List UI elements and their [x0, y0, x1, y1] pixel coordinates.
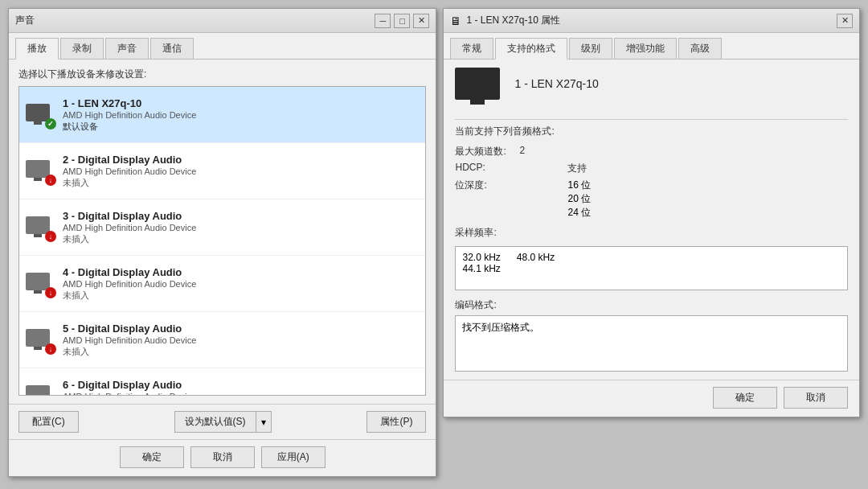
props-titlebar: 🖥 1 - LEN X27q-10 属性 ✕	[444, 9, 859, 33]
props-footer: 确定 取消	[444, 380, 859, 417]
device-icon-6: ↓	[26, 382, 55, 397]
props-content: 1 - LEN X27q-10 当前支持下列音频格式: 最大频道数: 2 HDC…	[444, 60, 859, 380]
status-badge-2: ↓	[45, 175, 56, 186]
sound-content: 选择以下播放设备来修改设置: ✓ 1 - LEN X27q-10 AMD Hig…	[9, 60, 436, 404]
bit-depth-row: 位深度: 16 位 20 位 24 位	[455, 179, 848, 220]
formats-section-title: 当前支持下列音频格式:	[455, 125, 848, 138]
max-channels-label: 最大频道数:	[455, 145, 519, 158]
set-default-group: 设为默认值(S) ▾	[174, 411, 272, 433]
sample-rates-box: 32.0 kHz 48.0 kHz 44.1 kHz	[455, 246, 848, 290]
sample-rates-label: 采样频率:	[455, 226, 848, 240]
device-info-3: 3 - Digital Display Audio AMD High Defin…	[63, 210, 419, 245]
sound-minimize-button[interactable]: ─	[375, 14, 391, 28]
sound-close-button[interactable]: ✕	[413, 14, 429, 28]
props-window: 🖥 1 - LEN X27q-10 属性 ✕ 常规 支持的格式 级别 增强功能 …	[443, 8, 860, 417]
set-default-arrow[interactable]: ▾	[256, 411, 272, 433]
sound-title: 声音	[15, 14, 35, 27]
max-channels-value: 2	[519, 145, 525, 158]
device-item-3[interactable]: ↓ 3 - Digital Display Audio AMD High Def…	[19, 199, 425, 256]
props-ok-button[interactable]: 确定	[713, 387, 777, 409]
device-item-1[interactable]: ✓ 1 - LEN X27q-10 AMD High Definition Au…	[19, 87, 425, 143]
tab-sounds[interactable]: 声音	[105, 38, 149, 59]
bit-depth-values: 16 位 20 位 24 位	[567, 179, 591, 220]
device-driver-1: AMD High Definition Audio Device	[63, 110, 419, 120]
device-name-3: 3 - Digital Display Audio	[63, 210, 419, 222]
tab-level[interactable]: 级别	[569, 38, 612, 59]
props-tabs: 常规 支持的格式 级别 增强功能 高级	[444, 33, 859, 60]
device-name-5: 5 - Digital Display Audio	[63, 323, 419, 335]
device-status-2: 未插入	[63, 177, 419, 189]
device-status-1: 默认设备	[63, 121, 419, 133]
device-item-4[interactable]: ↓ 4 - Digital Display Audio AMD High Def…	[19, 256, 425, 312]
device-name-4: 4 - Digital Display Audio	[63, 266, 419, 278]
status-badge-4: ↓	[45, 287, 56, 298]
device-driver-6: AMD High Definition Audio Device	[63, 392, 419, 397]
max-channels-row: 最大频道数: 2	[455, 145, 848, 158]
freq-48: 48.0 kHz	[517, 252, 555, 263]
sound-dialog-footer: 确定 取消 应用(A)	[9, 439, 436, 476]
props-device-name: 1 - LEN X27q-10	[514, 77, 598, 90]
monitor-icon-1	[26, 104, 50, 121]
hdcp-label: HDCP:	[455, 162, 519, 175]
monitor-icon-3	[26, 216, 50, 234]
device-icon-2: ↓	[26, 157, 55, 186]
device-name-6: 6 - Digital Display Audio	[63, 379, 419, 391]
set-default-button[interactable]: 设为默认值(S)	[174, 411, 256, 433]
bit-depth-24: 24 位	[567, 206, 591, 220]
monitor-icon-5	[26, 329, 50, 347]
divider	[455, 119, 848, 120]
monitor-icon-4	[26, 273, 50, 290]
device-driver-3: AMD High Definition Audio Device	[63, 223, 419, 232]
props-device-header: 1 - LEN X27q-10	[455, 68, 848, 108]
freq-row-1: 32.0 kHz 48.0 kHz	[462, 252, 841, 263]
tab-communications[interactable]: 通信	[150, 38, 194, 59]
tab-general[interactable]: 常规	[450, 38, 493, 59]
bit-depth-16: 16 位	[567, 179, 591, 192]
playback-section-label: 选择以下播放设备来修改设置:	[18, 68, 426, 81]
hdcp-row: HDCP: 支持	[455, 162, 848, 175]
device-name-2: 2 - Digital Display Audio	[63, 154, 419, 166]
device-item-2[interactable]: ↓ 2 - Digital Display Audio AMD High Def…	[19, 143, 425, 199]
props-cancel-button[interactable]: 取消	[784, 387, 848, 409]
monitor-icon-2	[26, 160, 50, 178]
sound-tabs: 播放 录制 声音 通信	[9, 33, 436, 60]
device-info-2: 2 - Digital Display Audio AMD High Defin…	[63, 154, 419, 189]
sound-apply-button[interactable]: 应用(A)	[261, 446, 326, 468]
device-item-5[interactable]: ↓ 5 - Digital Display Audio AMD High Def…	[19, 312, 425, 368]
freq-row-2: 44.1 kHz	[462, 263, 841, 274]
device-status-5: 未插入	[63, 346, 419, 358]
bit-depth-20: 20 位	[567, 192, 591, 206]
device-info-5: 5 - Digital Display Audio AMD High Defin…	[63, 323, 419, 358]
tab-enhancements[interactable]: 增强功能	[614, 38, 677, 59]
device-info-4: 4 - Digital Display Audio AMD High Defin…	[63, 266, 419, 302]
encode-label: 编码格式:	[455, 298, 848, 312]
properties-button[interactable]: 属性(P)	[366, 411, 426, 433]
device-driver-2: AMD High Definition Audio Device	[63, 166, 419, 176]
monitor-icon-6	[26, 385, 50, 397]
device-status-4: 未插入	[63, 290, 419, 302]
configure-button[interactable]: 配置(C)	[18, 411, 79, 433]
device-icon-4: ↓	[26, 269, 55, 298]
sound-ok-button[interactable]: 确定	[120, 446, 184, 468]
tab-recording[interactable]: 录制	[60, 38, 104, 59]
sound-titlebar: 声音 ─ □ ✕	[9, 9, 436, 33]
device-icon-1: ✓	[26, 101, 55, 129]
device-list[interactable]: ✓ 1 - LEN X27q-10 AMD High Definition Au…	[18, 86, 426, 396]
encode-box: 找不到压缩格式。	[455, 315, 848, 372]
props-close-button[interactable]: ✕	[837, 14, 853, 28]
tab-advanced[interactable]: 高级	[678, 38, 722, 59]
tab-playback[interactable]: 播放	[15, 38, 59, 60]
hdcp-value: 支持	[567, 162, 587, 175]
sound-cancel-button[interactable]: 取消	[190, 446, 255, 468]
sound-maximize-button[interactable]: □	[394, 14, 410, 28]
device-info-1: 1 - LEN X27q-10 AMD High Definition Audi…	[63, 97, 419, 133]
device-item-6[interactable]: ↓ 6 - Digital Display Audio AMD High Def…	[19, 368, 425, 396]
tab-supported-formats[interactable]: 支持的格式	[495, 38, 567, 60]
props-title-controls: ✕	[837, 14, 853, 28]
status-badge-3: ↓	[45, 231, 56, 242]
status-badge-1: ✓	[45, 118, 56, 129]
bit-depth-label: 位深度:	[455, 179, 519, 220]
freq-32: 32.0 kHz	[462, 252, 500, 263]
encode-value: 找不到压缩格式。	[462, 322, 539, 333]
device-driver-4: AMD High Definition Audio Device	[63, 279, 419, 289]
